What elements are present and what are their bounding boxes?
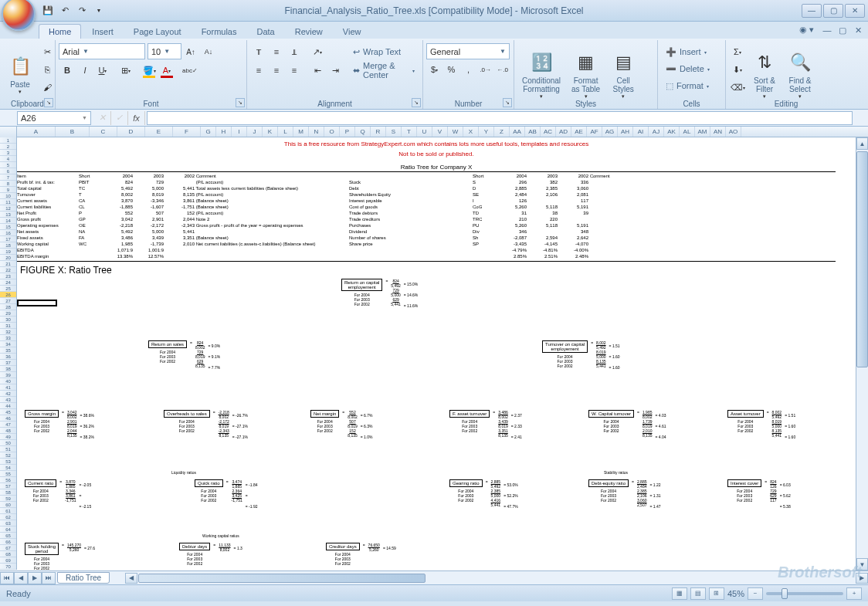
col-header-O[interactable]: O — [324, 127, 340, 137]
redo-icon[interactable]: ↷ — [74, 3, 90, 19]
decrease-indent-icon[interactable]: ⇤ — [309, 62, 326, 79]
scroll-left-icon[interactable]: ◀ — [125, 573, 137, 584]
format-as-table-button[interactable]: ▦ Format as Table▾ — [567, 42, 605, 107]
row-header-38[interactable]: 38 — [0, 366, 16, 372]
formula-input[interactable] — [147, 111, 853, 125]
tab-home[interactable]: Home — [39, 24, 81, 39]
row-header-70[interactable]: 70 — [0, 564, 16, 570]
cut-icon[interactable]: ✂ — [39, 43, 56, 60]
row-header-52[interactable]: 52 — [0, 452, 16, 459]
col-header-K[interactable]: K — [263, 127, 278, 137]
row-header-4[interactable]: 4 — [0, 156, 16, 162]
row-header-19[interactable]: 19 — [0, 249, 16, 255]
row-header-35[interactable]: 35 — [0, 347, 16, 354]
col-header-C[interactable]: C — [90, 127, 117, 137]
scroll-up-icon[interactable]: ▲ — [856, 137, 868, 150]
row-header-21[interactable]: 21 — [0, 261, 16, 267]
row-header-55[interactable]: 55 — [0, 471, 16, 477]
row-header-60[interactable]: 60 — [0, 502, 16, 508]
align-center-icon[interactable]: ≡ — [268, 62, 285, 79]
tab-formulas[interactable]: Formulas — [192, 25, 246, 39]
page-layout-view-icon[interactable]: ▤ — [690, 587, 706, 600]
row-header-14[interactable]: 14 — [0, 218, 16, 224]
col-header-Z[interactable]: Z — [494, 127, 510, 137]
workbook-minimize[interactable]: — — [822, 25, 832, 36]
row-header-46[interactable]: 46 — [0, 415, 16, 421]
row-header-59[interactable]: 59 — [0, 496, 16, 502]
col-header-AD[interactable]: AD — [556, 127, 571, 137]
row-header-9[interactable]: 9 — [0, 187, 16, 193]
row-header-49[interactable]: 49 — [0, 434, 16, 440]
col-header-Q[interactable]: Q — [355, 127, 371, 137]
minimize-button[interactable]: — — [802, 4, 822, 18]
tab-view[interactable]: View — [334, 25, 371, 39]
col-header-H[interactable]: H — [216, 127, 232, 137]
increase-decimal-icon[interactable]: .0→ — [477, 61, 493, 78]
alignment-dialog-launcher[interactable]: ↘ — [412, 98, 421, 107]
vertical-scrollbar[interactable]: ▲ ▼ — [856, 137, 868, 570]
decrease-font-icon[interactable]: A↓ — [200, 43, 217, 60]
increase-font-icon[interactable]: A↑ — [182, 43, 199, 60]
orientation-icon[interactable]: ↗▾ — [309, 43, 326, 60]
row-header-31[interactable]: 31 — [0, 323, 16, 329]
copy-icon[interactable]: ⎘ — [39, 61, 56, 78]
row-header-65[interactable]: 65 — [0, 533, 16, 539]
col-header-D[interactable]: D — [117, 127, 145, 137]
enter-formula-icon[interactable]: ✓ — [111, 111, 128, 125]
col-header-R[interactable]: R — [371, 127, 386, 137]
col-header-E[interactable]: E — [145, 127, 173, 137]
number-format-combo[interactable]: General▼ — [426, 43, 510, 59]
col-header-AA[interactable]: AA — [510, 127, 525, 137]
row-header-13[interactable]: 13 — [0, 212, 16, 218]
row-header-28[interactable]: 28 — [0, 304, 16, 310]
col-header-M[interactable]: M — [293, 127, 309, 137]
grid-content[interactable]: This is a free resource from StrategyExp… — [17, 137, 856, 570]
fx-icon[interactable]: fx — [128, 111, 145, 125]
row-header-39[interactable]: 39 — [0, 372, 16, 378]
clipboard-dialog-launcher[interactable]: ↘ — [44, 98, 53, 107]
col-header-P[interactable]: P — [340, 127, 355, 137]
tab-data[interactable]: Data — [247, 25, 283, 39]
row-header-47[interactable]: 47 — [0, 421, 16, 428]
col-header-AL[interactable]: AL — [680, 127, 695, 137]
row-header-42[interactable]: 42 — [0, 391, 16, 397]
maximize-button[interactable]: ▢ — [823, 4, 843, 18]
row-header-1[interactable]: 1 — [0, 137, 16, 144]
row-header-15[interactable]: 15 — [0, 224, 16, 230]
prev-sheet-icon[interactable]: ◀ — [14, 572, 28, 584]
last-sheet-icon[interactable]: ⏭ — [42, 572, 56, 584]
col-header-W[interactable]: W — [448, 127, 463, 137]
align-top-icon[interactable]: ⫪ — [250, 43, 267, 60]
merge-center-button[interactable]: ⬌Merge & Center▾ — [348, 62, 419, 79]
col-header-S[interactable]: S — [386, 127, 402, 137]
col-header-AC[interactable]: AC — [541, 127, 556, 137]
row-header-50[interactable]: 50 — [0, 440, 16, 446]
col-header-AH[interactable]: AH — [618, 127, 633, 137]
clear-icon[interactable]: ⌫▾ — [729, 79, 746, 96]
percent-format-icon[interactable]: % — [443, 61, 459, 78]
conditional-formatting-button[interactable]: 🔢 Conditional Formatting▾ — [517, 42, 565, 107]
row-header-45[interactable]: 45 — [0, 409, 16, 415]
col-header-AG[interactable]: AG — [602, 127, 618, 137]
row-header-32[interactable]: 32 — [0, 329, 16, 335]
row-header-26[interactable]: 26 — [0, 292, 16, 298]
row-header-23[interactable]: 23 — [0, 273, 16, 279]
row-header-11[interactable]: 11 — [0, 199, 16, 205]
col-header-F[interactable]: F — [173, 127, 201, 137]
col-header-AF[interactable]: AF — [587, 127, 602, 137]
row-header-69[interactable]: 69 — [0, 557, 16, 564]
align-bottom-icon[interactable]: ⫫ — [286, 43, 303, 60]
row-header-41[interactable]: 41 — [0, 384, 16, 391]
font-color-icon[interactable]: A▾ — [158, 62, 175, 79]
font-size-combo[interactable]: 10▼ — [147, 43, 181, 59]
row-header-17[interactable]: 17 — [0, 236, 16, 242]
col-header-AB[interactable]: AB — [525, 127, 541, 137]
row-header-67[interactable]: 67 — [0, 545, 16, 551]
select-all-corner[interactable] — [0, 127, 17, 137]
row-header-51[interactable]: 51 — [0, 446, 16, 452]
row-header-61[interactable]: 61 — [0, 508, 16, 514]
align-right-icon[interactable]: ≡ — [286, 62, 303, 79]
zoom-slider[interactable] — [766, 592, 843, 595]
col-header-AN[interactable]: AN — [710, 127, 726, 137]
zoom-level[interactable]: 45% — [727, 589, 744, 598]
